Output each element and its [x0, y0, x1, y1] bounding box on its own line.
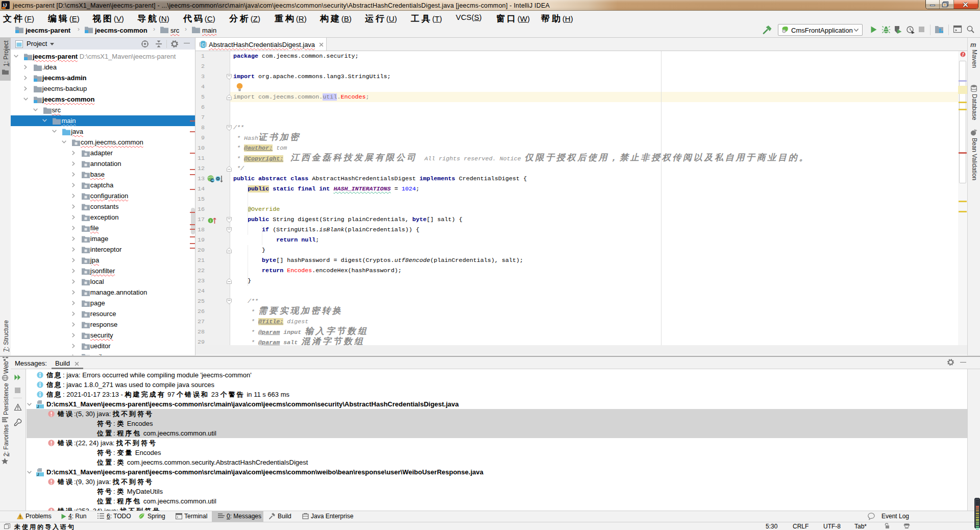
svg-text:C: C — [202, 42, 205, 47]
svg-text:I: I — [210, 219, 211, 223]
